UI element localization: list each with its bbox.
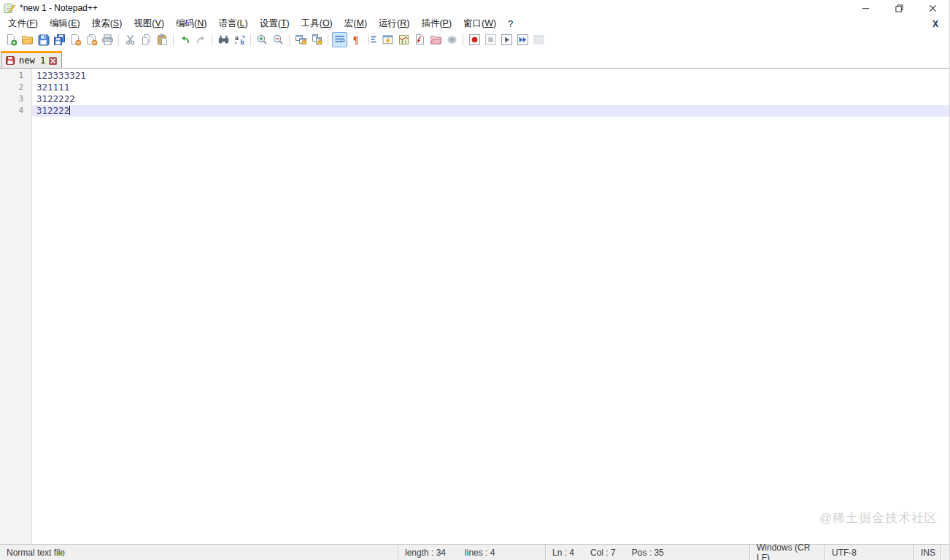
close-file-icon[interactable]: [68, 32, 83, 47]
restore-button[interactable]: [882, 0, 916, 16]
menu-item-help[interactable]: ?: [502, 18, 519, 31]
toolbar-separator: [212, 34, 212, 46]
print-icon[interactable]: [100, 32, 115, 47]
find-icon[interactable]: [216, 32, 231, 47]
paste-icon[interactable]: [155, 32, 170, 47]
line-number: 3: [0, 93, 31, 105]
macro-play-icon[interactable]: [499, 32, 514, 47]
close-document-button[interactable]: X: [929, 18, 942, 30]
line-text: 3122222: [36, 93, 75, 104]
toolbar-separator: [118, 34, 119, 46]
macro-stop-icon[interactable]: [483, 32, 498, 47]
svg-text:b: b: [240, 39, 244, 46]
tab-bar: new 1: [0, 48, 949, 69]
notepad-plus-plus-icon: [4, 2, 15, 14]
unsaved-file-icon: [5, 55, 15, 66]
line-text: 123333321: [36, 70, 86, 81]
menu-item-encoding[interactable]: 编码(N): [170, 16, 212, 31]
save-icon[interactable]: [36, 32, 51, 47]
copy-icon[interactable]: [139, 32, 154, 47]
window-controls: [849, 0, 949, 16]
toolbar-separator: [173, 34, 174, 46]
line-label: Ln : 4: [552, 548, 574, 558]
svg-text:a: a: [235, 34, 239, 42]
menu-item-run[interactable]: 运行(R): [373, 16, 415, 31]
insert-mode-label: INS: [921, 548, 935, 558]
menu-item-window[interactable]: 窗口(W): [457, 16, 502, 31]
macro-run-multiple-icon[interactable]: [515, 32, 530, 47]
code-line[interactable]: 3122222: [32, 93, 949, 105]
macro-record-icon[interactable]: [467, 32, 482, 47]
doc-type-label: Normal text file: [7, 548, 65, 558]
line-number: 2: [0, 82, 31, 93]
text-caret: [69, 106, 70, 115]
open-file-icon[interactable]: [20, 32, 35, 47]
document-tab[interactable]: new 1: [1, 51, 62, 68]
monitoring-icon[interactable]: [444, 32, 460, 47]
status-cursor-position: Ln : 4 Col : 7 Pos : 35: [545, 545, 749, 560]
toolbar-separator: [328, 34, 328, 46]
lines-label: lines : 4: [465, 548, 495, 558]
text-area[interactable]: 1233333213211113122222312222: [32, 69, 949, 544]
code-line[interactable]: 123333321: [32, 70, 949, 82]
position-label: Pos : 35: [632, 548, 664, 558]
replace-icon[interactable]: ab: [232, 32, 247, 47]
line-text: 312222: [36, 105, 69, 116]
new-file-icon[interactable]: [4, 32, 19, 47]
folder-as-workspace-icon[interactable]: [428, 32, 444, 47]
tab-label: new 1: [19, 55, 45, 66]
status-doc-type: Normal text file: [0, 545, 398, 560]
show-all-characters-icon[interactable]: ¶: [348, 32, 363, 47]
menu-item-plugins[interactable]: 插件(P): [415, 16, 457, 31]
title-bar: *new 1 - Notepad++: [0, 0, 949, 16]
status-insert-mode: INS: [914, 545, 941, 560]
close-all-files-icon[interactable]: [84, 32, 99, 47]
menu-item-file[interactable]: 文件(F): [2, 16, 44, 31]
document-map-icon[interactable]: [396, 32, 412, 47]
close-button[interactable]: [916, 0, 949, 16]
toolbar-separator: [463, 34, 463, 46]
menu-item-view[interactable]: 视图(V): [128, 16, 170, 31]
status-tail: [941, 545, 949, 560]
menu-item-search[interactable]: 搜索(S): [86, 16, 128, 31]
code-line[interactable]: 312222: [32, 105, 949, 117]
menu-item-settings[interactable]: 设置(T): [254, 16, 296, 31]
menu-item-language[interactable]: 语言(L): [212, 16, 253, 31]
tab-close-icon[interactable]: [49, 57, 57, 65]
undo-icon[interactable]: [177, 32, 193, 47]
line-text: 321111: [36, 82, 69, 93]
minimize-button[interactable]: [849, 0, 882, 16]
menu-item-edit[interactable]: 编辑(E): [44, 16, 86, 31]
sync-horizontal-scroll-icon[interactable]: [309, 32, 325, 47]
window-title: *new 1 - Notepad++: [20, 3, 98, 13]
word-wrap-icon[interactable]: [332, 32, 347, 47]
line-number: 1: [0, 70, 31, 82]
length-label: length : 34: [405, 548, 446, 558]
show-indent-guide-icon[interactable]: [364, 32, 379, 47]
menu-item-tools[interactable]: 工具(O): [296, 16, 339, 31]
editor-pane: 1234 1233333213211113122222312222 @稀土掘金技…: [0, 69, 949, 544]
function-list-icon[interactable]: [412, 32, 428, 47]
zoom-in-icon[interactable]: [255, 32, 270, 47]
line-number: 4: [0, 105, 31, 117]
save-all-icon[interactable]: [52, 32, 67, 47]
eol-label: Windows (CR LF): [757, 542, 825, 560]
svg-text:¶: ¶: [352, 35, 358, 46]
macro-save-icon[interactable]: [531, 32, 547, 47]
sync-vertical-scroll-icon[interactable]: [293, 32, 309, 47]
user-defined-language-icon[interactable]: [380, 32, 395, 47]
status-encoding: UTF-8: [825, 545, 914, 560]
column-label: Col : 7: [590, 548, 616, 558]
zoom-out-icon[interactable]: [271, 32, 286, 47]
toolbar-separator: [250, 34, 251, 46]
menu-item-macro[interactable]: 宏(M): [339, 16, 373, 31]
redo-icon[interactable]: [193, 32, 209, 47]
status-eol-format: Windows (CR LF): [749, 545, 825, 560]
toolbar-separator: [289, 34, 290, 46]
status-bar: Normal text file length : 34 lines : 4 L…: [0, 544, 949, 560]
cut-icon[interactable]: [123, 32, 138, 47]
toolbar: ab¶: [0, 31, 949, 48]
code-line[interactable]: 321111: [32, 82, 949, 93]
line-number-gutter: 1234: [0, 69, 32, 544]
menu-items: 文件(F)编辑(E)搜索(S)视图(V)编码(N)语言(L)设置(T)工具(O)…: [2, 16, 519, 31]
